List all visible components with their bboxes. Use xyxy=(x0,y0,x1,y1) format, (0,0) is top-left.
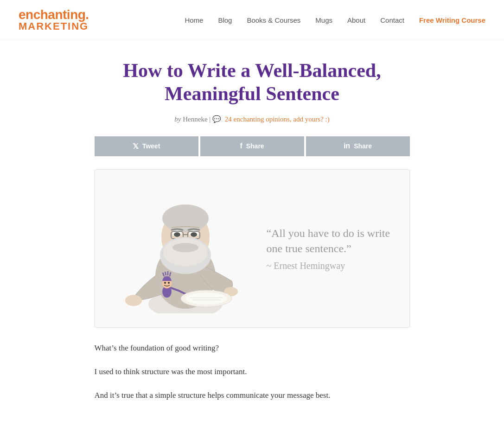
facebook-label: Share xyxy=(246,142,264,150)
main-nav: Home Blog Books & Courses Mugs About Con… xyxy=(185,16,485,24)
article-paragraph-2: I used to think structure was the most i… xyxy=(95,365,410,379)
logo-enchanting: enchanting. xyxy=(19,8,89,21)
article-title: How to Write a Well-Balanced, Meaningful… xyxy=(95,59,410,106)
nav-blog[interactable]: Blog xyxy=(218,16,232,24)
linkedin-label: Share xyxy=(354,142,372,150)
svg-point-24 xyxy=(168,282,170,284)
svg-point-8 xyxy=(191,232,197,237)
article-author: Henneke xyxy=(183,115,207,123)
nav-about[interactable]: About xyxy=(347,16,365,24)
quote-text: “All you have to do is write one true se… xyxy=(267,226,391,257)
comments-count: 24 xyxy=(225,115,232,123)
tweet-label: Tweet xyxy=(142,142,160,150)
main-content: How to Write a Well-Balanced, Meaningful… xyxy=(85,40,419,427)
nav-mugs[interactable]: Mugs xyxy=(315,16,332,24)
comment-bubble-icon: 💬 xyxy=(212,115,221,123)
hemingway-illustration: “All you have to do is write one true se… xyxy=(104,179,400,318)
article-paragraph-1: What’s the foundation of good writing? xyxy=(95,342,410,355)
facebook-icon: f xyxy=(240,142,242,150)
nav-home[interactable]: Home xyxy=(185,16,203,24)
comments-link[interactable]: 24 enchanting opinions, add yours? :) xyxy=(225,115,330,123)
site-logo[interactable]: enchanting. MARKETING xyxy=(19,8,89,32)
svg-point-15 xyxy=(125,295,142,306)
svg-point-27 xyxy=(185,293,227,305)
linkedin-share-button[interactable]: in Share xyxy=(306,136,410,156)
share-buttons-container: 𝕏 Tweet f Share in Share xyxy=(95,136,410,156)
svg-point-4 xyxy=(162,204,209,232)
article-author-prefix: by xyxy=(174,115,183,123)
svg-point-23 xyxy=(164,282,166,284)
nav-free-writing[interactable]: Free Writing Course xyxy=(419,16,485,24)
tweet-button[interactable]: 𝕏 Tweet xyxy=(95,136,198,156)
svg-point-14 xyxy=(172,243,198,252)
article-meta: by Henneke | 💬 24 enchanting opinions, a… xyxy=(95,115,410,123)
logo-marketing: MARKETING xyxy=(19,21,89,32)
article-paragraph-3: And it’s true that a simple structure he… xyxy=(95,389,410,402)
quote-attribution: ~ Ernest Hemingway xyxy=(267,261,391,271)
twitter-icon: 𝕏 xyxy=(133,142,139,151)
facebook-share-button[interactable]: f Share xyxy=(200,136,304,156)
svg-point-7 xyxy=(174,232,180,237)
nav-books-courses[interactable]: Books & Courses xyxy=(247,16,300,24)
article-body: What’s the foundation of good writing? I… xyxy=(95,342,410,402)
site-header: enchanting. MARKETING Home Blog Books & … xyxy=(0,0,504,40)
article-image: “All you have to do is write one true se… xyxy=(95,169,410,328)
illustration-svg xyxy=(114,184,253,313)
nav-contact[interactable]: Contact xyxy=(380,16,404,24)
linkedin-icon: in xyxy=(344,142,350,150)
quote-area: “All you have to do is write one true se… xyxy=(253,226,391,271)
